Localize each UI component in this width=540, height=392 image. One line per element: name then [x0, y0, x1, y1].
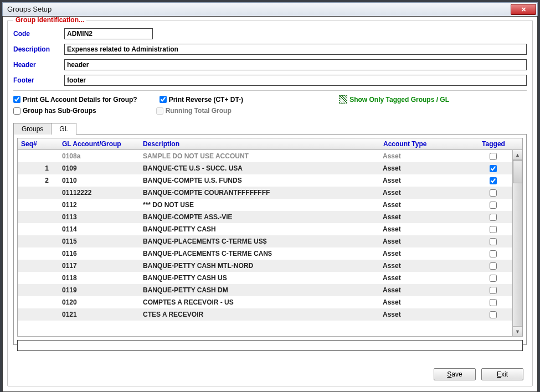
table-row[interactable]: 0115BANQUE-PLACEMENTS C-TERME US$Asset [18, 235, 512, 247]
col-header-type[interactable]: Account Type [380, 140, 474, 148]
button-row: Save Exit [434, 368, 523, 380]
tab-groups[interactable]: Groups [13, 123, 51, 135]
table-row[interactable]: 0113BANQUE-COMPTE ASS.-VIEAsset [18, 211, 512, 223]
close-button[interactable]: ✕ [511, 4, 536, 15]
cell-type: Asset [379, 262, 474, 270]
code-input[interactable] [64, 28, 153, 39]
description-input[interactable] [64, 44, 527, 55]
options-row-1: Print GL Account Details for Group? Prin… [13, 95, 527, 104]
tagged-checkbox[interactable] [490, 226, 497, 233]
table-row[interactable]: 0118BANQUE-PETTY CASH USAsset [18, 272, 512, 284]
scroll-thumb[interactable] [513, 160, 522, 183]
grid-header: Seq# GL Account/Group Description Accoun… [17, 138, 523, 150]
exit-button[interactable]: Exit [481, 368, 523, 380]
tagged-checkbox[interactable] [490, 153, 497, 160]
cell-tag [474, 153, 512, 160]
vertical-scrollbar[interactable]: ▲ ▼ [512, 150, 522, 336]
save-button[interactable]: Save [434, 368, 476, 380]
cell-desc: BANQUE-PETTY CASH MTL-NORD [140, 262, 379, 270]
tagged-checkbox[interactable] [490, 250, 497, 257]
cell-acct: 0120 [56, 298, 140, 306]
tagged-checkbox[interactable] [490, 177, 497, 184]
print-reverse-option[interactable]: Print Reverse (CT+ DT-) [160, 96, 243, 104]
col-header-tag[interactable]: Tagged [474, 140, 513, 148]
tagged-checkbox[interactable] [490, 165, 497, 172]
cell-tag [474, 311, 512, 318]
cell-tag [474, 287, 512, 294]
footer-label: Footer [13, 76, 64, 84]
window-frame: Groups Setup ✕ Group identification... C… [0, 0, 540, 392]
cell-acct: 0109 [56, 164, 140, 172]
running-total-checkbox [156, 107, 163, 115]
footer-input[interactable] [64, 75, 527, 86]
running-total-option: Running Total Group [156, 107, 232, 115]
table-row[interactable]: 10109BANQUE-CTE U.S - SUCC. USAAsset [18, 162, 512, 174]
cell-type: Asset [379, 225, 474, 233]
scroll-down-arrow-icon[interactable]: ▼ [513, 326, 522, 336]
tab-panel-gl: Seq# GL Account/Group Description Accoun… [13, 135, 527, 345]
tagged-checkbox[interactable] [490, 262, 497, 270]
show-tagged-checkbox[interactable] [339, 95, 347, 104]
print-details-checkbox[interactable] [13, 96, 20, 103]
panel-legend: Group identification... [13, 16, 86, 24]
tagged-checkbox[interactable] [490, 202, 497, 209]
table-row[interactable]: 01112222BANQUE-COMPTE COURANTFFFFFFFFAss… [18, 187, 512, 199]
print-details-label: Print GL Account Details for Group? [23, 96, 137, 104]
cell-acct: 0117 [56, 262, 140, 270]
header-label: Header [13, 61, 64, 69]
cell-tag [474, 238, 512, 245]
col-header-desc[interactable]: Description [140, 140, 380, 148]
scroll-up-arrow-icon[interactable]: ▲ [513, 150, 522, 160]
row-header: Header [13, 59, 527, 70]
cell-desc: BANQUE-PETTY CASH DM [140, 286, 379, 294]
header-input[interactable] [64, 59, 527, 70]
cell-tag [474, 275, 512, 282]
table-row[interactable]: 0108aSAMPLE DO NOT USE ACCOUNTAsset [18, 150, 512, 162]
table-row[interactable]: 0119BANQUE-PETTY CASH DMAsset [18, 284, 512, 296]
cell-acct: 0110 [56, 177, 140, 184]
cell-desc: CTES A RECEVOIR [140, 311, 379, 318]
tab-gl[interactable]: GL [51, 123, 76, 135]
grid-footer-input[interactable] [17, 340, 523, 351]
cell-type: Asset [379, 286, 474, 294]
table-row[interactable]: 20110BANQUE-COMPTE U.S. FUNDSAsset [18, 174, 512, 187]
table-row[interactable]: 0121CTES A RECEVOIRAsset [18, 308, 512, 321]
table-row[interactable]: 0112*** DO NOT USEAsset [18, 199, 512, 211]
tagged-checkbox[interactable] [490, 287, 497, 294]
show-tagged-option[interactable]: Show Only Tagged Groups / GL [339, 95, 449, 104]
table-row[interactable]: 0116BANQUE-PLACEMENTS C-TERME CAN$Asset [18, 247, 512, 260]
tagged-checkbox[interactable] [490, 214, 497, 221]
col-header-acct[interactable]: GL Account/Group [56, 140, 140, 148]
cell-seq: 2 [18, 177, 56, 184]
has-subgroups-checkbox[interactable] [13, 107, 20, 115]
grid-body[interactable]: 0108aSAMPLE DO NOT USE ACCOUNTAsset10109… [18, 150, 512, 336]
cell-tag [474, 226, 512, 233]
table-row[interactable]: 0114BANQUE-PETTY CASHAsset [18, 223, 512, 235]
cell-acct: 0121 [56, 311, 140, 318]
titlebar[interactable]: Groups Setup ✕ [2, 2, 538, 16]
cell-desc: BANQUE-COMPTE ASS.-VIE [140, 213, 379, 221]
cell-desc: BANQUE-PLACEMENTS C-TERME US$ [140, 238, 379, 245]
table-row[interactable]: 0117BANQUE-PETTY CASH MTL-NORDAsset [18, 260, 512, 272]
table-row[interactable]: 0120COMPTES A RECEVOIR - USAsset [18, 296, 512, 308]
tagged-checkbox[interactable] [490, 238, 497, 245]
print-details-option[interactable]: Print GL Account Details for Group? [13, 96, 137, 104]
col-header-seq[interactable]: Seq# [18, 140, 56, 148]
has-subgroups-option[interactable]: Group has Sub-Groups [13, 107, 96, 115]
cell-tag [474, 202, 512, 209]
cell-acct: 0118 [56, 274, 140, 282]
show-tagged-label: Show Only Tagged Groups / GL [349, 96, 449, 104]
tagged-checkbox[interactable] [490, 189, 497, 197]
has-subgroups-label: Group has Sub-Groups [23, 107, 96, 115]
tagged-checkbox[interactable] [490, 311, 497, 318]
divider [13, 90, 527, 91]
cell-acct: 0115 [56, 238, 140, 245]
tagged-checkbox[interactable] [490, 275, 497, 282]
tagged-checkbox[interactable] [490, 299, 497, 306]
row-footer: Footer [13, 75, 527, 86]
cell-type: Asset [379, 213, 474, 221]
cell-acct: 0113 [56, 213, 140, 221]
cell-tag [474, 214, 512, 221]
cell-desc: SAMPLE DO NOT USE ACCOUNT [140, 152, 379, 160]
print-reverse-checkbox[interactable] [160, 96, 167, 103]
